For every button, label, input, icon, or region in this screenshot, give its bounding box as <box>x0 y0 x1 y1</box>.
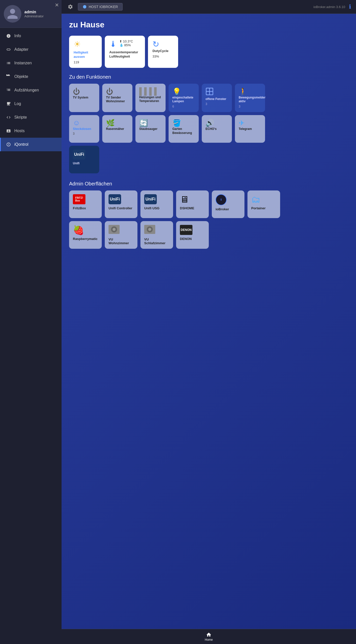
garten-card[interactable]: 🪣 Garten Bewässerung <box>169 115 199 143</box>
raspberrymatic-card[interactable]: 🍓 Raspberrymatic <box>69 221 102 249</box>
denon-title: DENON <box>180 237 192 241</box>
sidebar-item-info-label: Info <box>14 34 21 38</box>
sidebar-item-adapter[interactable]: Adapter <box>0 43 62 56</box>
info-icon <box>6 33 11 39</box>
aussentemperatur-card[interactable]: 🌡 ⬆ 10.3°C 💧 85% Aussentemperatur Luftfe… <box>105 36 145 68</box>
denon-icon: DENON <box>180 225 192 235</box>
cycle-icon: ↻ <box>152 39 174 49</box>
rasenmaher-title: Rasenmäher <box>106 127 124 131</box>
socket-icon: ☺ <box>73 119 80 127</box>
garten-title: Garten Bewässerung <box>172 127 195 135</box>
vu-wohnzimmer-icon <box>109 225 120 236</box>
heizungen-card[interactable]: ▌▌▌▌ Heizungen und Temperaturen <box>135 84 166 112</box>
unifi-usg-title: Unifi USG <box>144 206 160 210</box>
close-icon[interactable]: ✕ <box>55 2 59 8</box>
unifi-usg-card[interactable]: UniFi Unifi USG <box>140 190 173 218</box>
vu-schlafzimmer-icon <box>144 225 155 236</box>
sidebar-item-instanzen[interactable]: Instanzen <box>0 56 62 70</box>
telegram-card[interactable]: ✈ Telegram <box>235 115 265 143</box>
aussentemperatur-title: Aussentemperatur Luftfeutigkeit <box>109 50 140 59</box>
sidebar-item-log-label: Log <box>14 102 21 106</box>
dshome-card[interactable]: 🖥 DSHOME <box>176 190 209 218</box>
host-button-label: HOST IOBROKER <box>89 5 118 9</box>
home-nav-item[interactable]: Home <box>205 632 213 641</box>
settings-icon[interactable] <box>67 3 74 11</box>
telegram-title: Telegram <box>239 127 252 131</box>
tv-system-title: TV System <box>73 96 88 100</box>
vu-wohnzimmer-title: VU Wohnzimmer <box>109 237 134 245</box>
lampen-card[interactable]: 💡 eingeschaltete Lampen 6 <box>169 84 199 112</box>
vu-schlafzimmer-card[interactable]: VU Schlafzimmer <box>140 221 173 249</box>
objekte-icon <box>6 74 11 79</box>
person-icon: 🚶 <box>239 87 247 96</box>
sidebar-item-objekte[interactable]: Objekte <box>0 70 62 83</box>
section-admin-title: Admin Oberflächen <box>69 181 348 187</box>
portainer-title: Portainer <box>251 206 266 210</box>
topbar-info-icon[interactable]: ℹ <box>349 4 351 10</box>
vu-wohnzimmer-card[interactable]: VU Wohnzimmer <box>105 221 137 249</box>
bewegung-card[interactable]: 🚶 Bewegungsmelder aktiv 3 <box>235 84 265 112</box>
unifi-usg-icon: UniFi <box>144 194 157 204</box>
function-cards: ⏻ TV System ⏻ TV Sender Wohnzimmer ▌▌▌▌ … <box>69 84 348 112</box>
telegram-icon: ✈ <box>239 119 244 127</box>
sensor-cards-row: ☀ Helligkeit aussen 119 🌡 ⬆ 10.3°C 💧 85%… <box>69 36 348 68</box>
unifi-func-card[interactable]: UniFi Unifi <box>69 146 99 173</box>
steckdosen-card[interactable]: ☺ Steckdosen 3 <box>69 115 99 143</box>
lamp-icon: 💡 <box>172 87 181 96</box>
main-area: HOST IOBROKER ioBroker.admin 3.6.10 ℹ zu… <box>62 0 356 644</box>
sidebar-item-objekte-label: Objekte <box>14 74 28 79</box>
adapter-icon <box>6 47 11 52</box>
humidity-value: 💧 85% <box>119 43 133 47</box>
helligkeit-value: 119 <box>74 60 97 64</box>
version-label: ioBroker.admin 3.6.10 <box>314 5 345 9</box>
rasenmaher-card[interactable]: 🌿 Rasenmäher <box>102 115 132 143</box>
sidebar-item-instanzen-label: Instanzen <box>14 61 32 65</box>
sidebar-item-iqontrol[interactable]: iQontrol <box>0 138 62 151</box>
user-role: Administrator <box>24 14 44 18</box>
log-icon <box>6 101 11 107</box>
iobroker-card[interactable]: ℹ ioBroker <box>212 190 244 218</box>
sidebar-item-aufzaehlungen-label: Aufzählungen <box>14 88 39 92</box>
temp-value: ⬆ 10.3°C <box>119 39 133 43</box>
unifi-controller-icon: UniFi <box>109 194 121 204</box>
fritzbox-card[interactable]: FRITZ!Box FritzBox <box>69 190 102 218</box>
svg-point-9 <box>148 228 151 231</box>
portainer-card[interactable]: 🗂 Portainer <box>247 190 280 218</box>
fenster-card[interactable]: offene Fenster 3 <box>202 84 232 112</box>
raspberrymatic-icon: 🍓 <box>73 225 84 235</box>
unifi-controller-card[interactable]: UniFi Unifi Controller <box>105 190 137 218</box>
sidebar-item-skripte[interactable]: Skripte <box>0 111 62 124</box>
staubsauger-title: Staubsauger <box>139 127 158 131</box>
fritzbox-title: FritzBox <box>73 206 86 210</box>
helligkeit-title: Helligkeit aussen <box>74 51 97 59</box>
dshome-title: DSHOME <box>180 206 194 210</box>
sidebar-item-hosts[interactable]: Hosts <box>0 124 62 138</box>
echo-card[interactable]: 🔊 ECHO's <box>202 115 232 143</box>
tv-sender-title: TV Sender Wohnzimmer <box>106 96 129 104</box>
portainer-icon: 🗂 <box>251 194 260 205</box>
tv-system-card[interactable]: ⏻ TV System <box>69 84 99 112</box>
sidebar-item-log[interactable]: Log <box>0 97 62 111</box>
host-button[interactable]: HOST IOBROKER <box>78 3 123 11</box>
dutycycle-title: DutyCycle <box>152 49 174 53</box>
user-info: admin Administrator <box>24 10 44 18</box>
iobroker-icon: ℹ <box>216 194 227 205</box>
content-area: zu Hause ☀ Helligkeit aussen 119 🌡 ⬆ 10.… <box>62 14 356 629</box>
denon-card[interactable]: DENON DENON <box>176 221 209 249</box>
thermometer-icon: 🌡 <box>109 39 117 49</box>
power-icon-1: ⏻ <box>73 87 80 96</box>
sidebar-item-aufzaehlungen[interactable]: Aufzählungen <box>0 83 62 97</box>
helligkeit-card[interactable]: ☀ Helligkeit aussen 119 <box>69 36 102 68</box>
staubsauger-card[interactable]: 🔄 Staubsauger <box>135 115 166 143</box>
heating-icon: ▌▌▌▌ <box>139 87 159 95</box>
admin-cards-row2: 🍓 Raspberrymatic VU Wohnzimmer <box>69 221 348 249</box>
topbar: HOST IOBROKER ioBroker.admin 3.6.10 ℹ <box>62 0 356 14</box>
sidebar-item-info[interactable]: Info <box>0 29 62 43</box>
svg-point-6 <box>113 228 116 231</box>
steckdosen-title: Steckdosen <box>73 127 91 131</box>
tv-sender-card[interactable]: ⏻ TV Sender Wohnzimmer <box>102 84 132 112</box>
instanzen-icon <box>6 60 11 66</box>
dutycycle-card[interactable]: ↻ DutyCycle 33% <box>148 36 178 68</box>
sun-icon: ☀ <box>74 39 97 49</box>
skripte-icon <box>6 115 11 120</box>
